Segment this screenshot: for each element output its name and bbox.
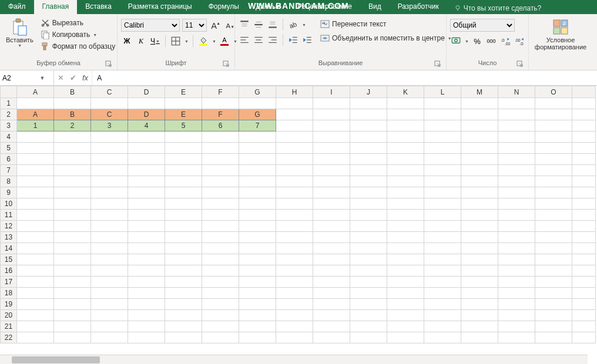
cell[interactable]: [91, 288, 128, 299]
cell[interactable]: [91, 154, 128, 165]
merge-center-button[interactable]: Объединить и поместить в центре ▼: [318, 33, 454, 43]
cell[interactable]: [313, 332, 350, 343]
cell[interactable]: [350, 254, 387, 265]
cell[interactable]: [461, 265, 498, 277]
horizontal-scrollbar[interactable]: [0, 355, 588, 364]
cell[interactable]: 4: [128, 120, 165, 132]
confirm-formula-button[interactable]: ✔: [70, 73, 76, 82]
cell[interactable]: [91, 98, 128, 109]
cell[interactable]: [387, 210, 424, 221]
cell[interactable]: [202, 176, 239, 187]
orientation-button[interactable]: ab: [287, 19, 299, 31]
cell[interactable]: [17, 288, 54, 299]
cell[interactable]: [165, 165, 202, 176]
cell[interactable]: [165, 221, 202, 232]
cell[interactable]: [54, 132, 91, 143]
cell[interactable]: [128, 265, 165, 277]
cell[interactable]: [128, 143, 165, 154]
column-header[interactable]: B: [54, 86, 91, 98]
cell[interactable]: [165, 265, 202, 277]
cell[interactable]: [54, 198, 91, 210]
dialog-launcher-icon[interactable]: [516, 60, 524, 68]
row-header[interactable]: 8: [1, 176, 17, 187]
cell[interactable]: [202, 165, 239, 176]
cell[interactable]: [17, 265, 54, 277]
cell[interactable]: [165, 98, 202, 109]
font-name-select[interactable]: Calibri: [121, 19, 180, 32]
cell[interactable]: [313, 187, 350, 198]
row-header[interactable]: 14: [1, 243, 17, 254]
cell[interactable]: [202, 187, 239, 198]
cell[interactable]: [313, 288, 350, 299]
cell[interactable]: [535, 332, 572, 343]
cell[interactable]: [17, 165, 54, 176]
cell[interactable]: [350, 109, 387, 120]
cell[interactable]: [202, 132, 239, 143]
cell[interactable]: [128, 132, 165, 143]
cell[interactable]: [239, 165, 276, 176]
cell[interactable]: [387, 332, 424, 343]
cell[interactable]: [239, 265, 276, 277]
paste-button[interactable]: Вставить ▼: [4, 16, 36, 49]
cell[interactable]: [498, 165, 535, 176]
font-size-select[interactable]: 11: [182, 19, 207, 32]
cell[interactable]: 3: [91, 120, 128, 132]
cell[interactable]: [239, 299, 276, 310]
cell[interactable]: [498, 310, 535, 321]
cell[interactable]: [276, 165, 313, 176]
number-format-select[interactable]: Общий: [450, 19, 515, 32]
align-right-button[interactable]: [267, 34, 279, 46]
bold-button[interactable]: Ж: [121, 35, 133, 47]
dialog-launcher-icon[interactable]: [223, 60, 230, 68]
cell[interactable]: [128, 165, 165, 176]
cell[interactable]: [276, 120, 313, 132]
cell[interactable]: [202, 310, 239, 321]
cell[interactable]: [91, 232, 128, 243]
cell[interactable]: [128, 299, 165, 310]
cell[interactable]: [313, 321, 350, 332]
cell[interactable]: [128, 277, 165, 288]
cell[interactable]: [424, 109, 461, 120]
tab-рецензирование[interactable]: Рецензирование: [289, 0, 360, 14]
cell[interactable]: [498, 210, 535, 221]
cell[interactable]: [239, 277, 276, 288]
scrollbar-thumb[interactable]: [12, 356, 100, 363]
cell[interactable]: [424, 165, 461, 176]
cell[interactable]: [91, 243, 128, 254]
tab-файл[interactable]: Файл: [0, 0, 34, 14]
cell[interactable]: [239, 210, 276, 221]
cell[interactable]: [17, 321, 54, 332]
cell[interactable]: [54, 221, 91, 232]
cell[interactable]: [202, 143, 239, 154]
cell[interactable]: F: [202, 109, 239, 120]
cell[interactable]: [461, 187, 498, 198]
cell[interactable]: [387, 187, 424, 198]
cell[interactable]: [165, 143, 202, 154]
align-center-button[interactable]: [253, 34, 264, 46]
cell[interactable]: [387, 321, 424, 332]
cell[interactable]: [239, 154, 276, 165]
row-header[interactable]: 4: [1, 132, 17, 143]
cell[interactable]: [535, 321, 572, 332]
cell[interactable]: [313, 299, 350, 310]
cell[interactable]: [461, 254, 498, 265]
cell[interactable]: [91, 143, 128, 154]
cell[interactable]: [498, 98, 535, 109]
cell[interactable]: [54, 98, 91, 109]
cell[interactable]: [91, 165, 128, 176]
tab-формулы[interactable]: Формулы: [200, 0, 247, 14]
tab-вид[interactable]: Вид: [360, 0, 390, 14]
cell[interactable]: [54, 154, 91, 165]
cell[interactable]: [313, 154, 350, 165]
decrease-indent-button[interactable]: [287, 34, 299, 46]
cell[interactable]: [313, 310, 350, 321]
cell[interactable]: 2: [54, 120, 91, 132]
cell[interactable]: [17, 332, 54, 343]
cell[interactable]: [313, 198, 350, 210]
cell[interactable]: [54, 332, 91, 343]
cell[interactable]: [165, 132, 202, 143]
cell[interactable]: [461, 120, 498, 132]
increase-indent-button[interactable]: [301, 34, 313, 46]
cell[interactable]: [387, 288, 424, 299]
cell[interactable]: [498, 221, 535, 232]
